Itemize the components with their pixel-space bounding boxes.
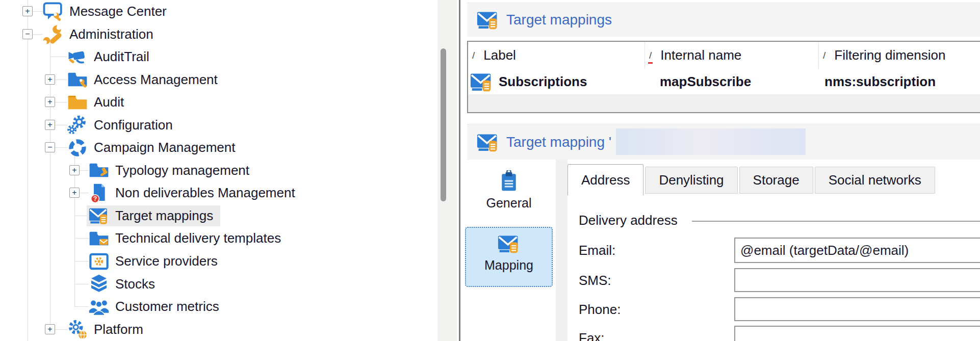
- tree-item[interactable]: Stocks: [0, 273, 437, 296]
- tree-expand-toggle[interactable]: −: [45, 142, 55, 152]
- navigation-tree: + Message Center − Administration: [0, 0, 437, 341]
- detail-nav-bar: General Mapping: [462, 160, 556, 287]
- tree-item-body[interactable]: Configuration: [65, 115, 180, 136]
- tree-item-body[interactable]: Message Center: [41, 1, 174, 22]
- tree-item-label: Message Center: [69, 4, 167, 19]
- tree-item-body[interactable]: Customer metrics: [87, 296, 226, 317]
- tree-expand-toggle[interactable]: +: [45, 324, 55, 334]
- tree-item-label: Target mappings: [115, 208, 213, 224]
- field-label: SMS:: [579, 272, 611, 288]
- tree-item-body[interactable]: AuditTrail: [65, 46, 157, 67]
- tree-item-body[interactable]: Technical delivery templates: [87, 228, 288, 249]
- svg-text:?: ?: [93, 195, 97, 202]
- nav-button-label: Mapping: [484, 258, 533, 273]
- form-field: SMS:: [568, 268, 980, 292]
- application-window: + Message Center − Administration: [0, 0, 980, 341]
- tree-expand-toggle[interactable]: +: [69, 165, 80, 175]
- folder-envelope-icon: [89, 228, 109, 249]
- tree-item-body[interactable]: Platform: [65, 319, 150, 340]
- tree-item-label: Stocks: [115, 276, 155, 292]
- tree-item-label: Configuration: [94, 117, 173, 133]
- sort-icon: /: [472, 50, 475, 61]
- panel-splitter[interactable]: [459, 0, 460, 341]
- folder-amber-icon: [67, 92, 88, 113]
- tree-item-body[interactable]: ? Non deliverables Management: [87, 182, 302, 203]
- tree-item-label: AuditTrail: [94, 49, 149, 65]
- form-field: Phone:: [568, 297, 980, 321]
- tree-item[interactable]: + Platform: [0, 318, 437, 341]
- envelope-db-icon: [89, 205, 109, 226]
- tree-item[interactable]: + Typology management: [0, 159, 437, 182]
- tree-connector: [50, 57, 67, 57]
- tree-item-body[interactable]: Target mappings: [87, 205, 220, 226]
- field-label: Fax:: [579, 330, 605, 341]
- tree-item-body[interactable]: Service providers: [87, 251, 225, 272]
- tree-item[interactable]: Technical delivery templates: [0, 227, 437, 250]
- general-icon: [498, 170, 520, 193]
- form-field: Email:: [568, 238, 980, 263]
- tree-item-body[interactable]: Access Management: [65, 69, 225, 90]
- tree-expand-toggle[interactable]: +: [22, 6, 33, 16]
- audit-trail-icon: [67, 47, 88, 67]
- tree-item[interactable]: − Administration: [0, 23, 437, 46]
- folder-wrench-icon: [67, 69, 88, 90]
- message-center-icon: [43, 2, 63, 22]
- tree-item[interactable]: + Message Center: [0, 0, 437, 23]
- tree-expand-toggle[interactable]: +: [69, 188, 80, 198]
- tree-scrollbar-thumb[interactable]: [441, 48, 446, 201]
- tree-item-label: Typology management: [115, 163, 249, 178]
- tree-item-body[interactable]: Administration: [41, 24, 161, 45]
- tree-item-label: Technical delivery templates: [115, 230, 281, 246]
- tree-item-label: Access Management: [94, 72, 218, 88]
- target-mapping-icon: [477, 131, 499, 153]
- tree-item-body[interactable]: Campaign Management: [65, 137, 243, 158]
- tree-item-label: Customer metrics: [115, 299, 219, 314]
- nav-button[interactable]: General: [471, 166, 547, 217]
- tree-item-label: Administration: [69, 27, 153, 42]
- group-divider-line: [692, 221, 980, 222]
- field-input[interactable]: [734, 326, 980, 341]
- stocks-icon: [89, 274, 109, 294]
- tree-expand-toggle[interactable]: −: [22, 29, 33, 39]
- folder-gavel-icon: [89, 160, 109, 180]
- nav-button-label: General: [486, 196, 532, 211]
- tree-item[interactable]: + Configuration: [0, 114, 437, 137]
- nav-divider-strip: [556, 160, 568, 341]
- platform-gear-icon: [67, 319, 88, 339]
- non-deliverables-icon: ?: [89, 183, 109, 203]
- delivery-address-group-label: Delivery address: [579, 213, 678, 228]
- nav-button[interactable]: Mapping: [465, 227, 553, 287]
- tree-item[interactable]: − Campaign Management: [0, 136, 437, 159]
- form-field: Fax:: [568, 326, 980, 341]
- tree-items: + Message Center − Administration: [0, 0, 437, 340]
- column-header-label: Label: [483, 47, 516, 63]
- tree-expand-toggle[interactable]: +: [45, 97, 55, 107]
- campaign-target-icon: [67, 138, 88, 158]
- customer-metrics-icon: [89, 297, 109, 317]
- tree-item-label: Service providers: [115, 253, 218, 269]
- tree-item-label: Audit: [94, 94, 124, 110]
- field-input[interactable]: [734, 268, 980, 292]
- tree-item-label: Non deliverables Management: [115, 185, 295, 201]
- target-mappings-icon: [477, 9, 499, 31]
- tree-item[interactable]: Service providers: [0, 250, 437, 273]
- tree-item[interactable]: Customer metrics: [0, 295, 437, 318]
- field-label: Email:: [579, 243, 615, 258]
- field-input[interactable]: [734, 238, 980, 263]
- tree-item-body[interactable]: Audit: [65, 92, 131, 113]
- tree-item-body[interactable]: Stocks: [87, 274, 162, 295]
- tree-item[interactable]: AuditTrail: [0, 45, 437, 68]
- gears-icon: [67, 115, 88, 135]
- tree-expand-toggle[interactable]: +: [45, 74, 55, 85]
- envelope-db-icon: [498, 232, 520, 255]
- field-label: Phone:: [579, 301, 621, 317]
- tree-expand-toggle[interactable]: +: [45, 120, 55, 130]
- tree-item[interactable]: Target mappings: [0, 204, 437, 227]
- tree-item-body[interactable]: Typology management: [87, 160, 256, 181]
- field-input[interactable]: [734, 297, 980, 321]
- tree-item[interactable]: + Audit: [0, 91, 437, 114]
- tree-item-label: Campaign Management: [94, 140, 236, 155]
- tree-item[interactable]: + Access Management: [0, 68, 437, 91]
- tree-item[interactable]: + ? Non deliverables Management: [0, 181, 437, 204]
- address-tab-content: Delivery address Email: SMS: Phone:: [568, 0, 980, 341]
